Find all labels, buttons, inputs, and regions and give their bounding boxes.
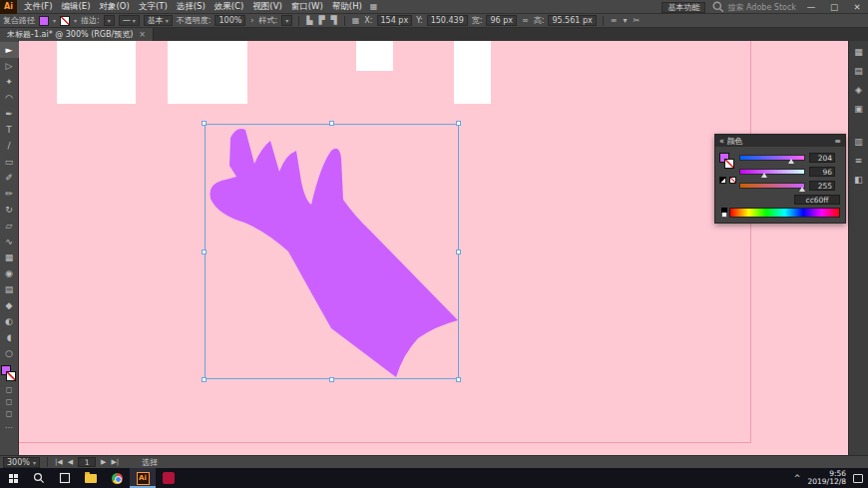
draw-behind-mode-icon[interactable]: ◻ <box>0 395 19 407</box>
artboards-panel-icon[interactable]: ▣ <box>851 102 867 115</box>
first-artboard-button[interactable]: |◀ <box>55 458 63 466</box>
scissors-icon[interactable]: ✂ <box>632 16 641 25</box>
blend-tool[interactable]: ◐ <box>0 313 19 329</box>
taskbar-search-button[interactable] <box>26 468 52 488</box>
type-tool[interactable]: T <box>0 122 19 138</box>
panel-stroke-swatch[interactable] <box>724 159 734 169</box>
panel-collapse-icon[interactable]: « <box>719 137 724 146</box>
illustrator-taskbar-button[interactable]: Ai <box>130 468 156 488</box>
direct-selection-tool[interactable]: ▷ <box>0 58 19 74</box>
screen-mode-icon[interactable]: … <box>0 419 19 431</box>
transform-panel-icon[interactable]: ▦ <box>351 16 361 25</box>
document-tab[interactable]: 未标题-1.ai* @ 300% (RGB/预览) × <box>0 28 154 41</box>
tray-expand-icon[interactable]: ^ <box>794 474 801 483</box>
brush-dropdown[interactable]: 基本▾ <box>144 15 173 26</box>
x-input[interactable]: 154 px <box>377 15 413 26</box>
red-slider[interactable] <box>739 155 805 161</box>
maximize-button[interactable]: □ <box>826 2 842 12</box>
fill-stroke-indicator[interactable] <box>1 365 17 383</box>
scale-tool[interactable]: ▱ <box>0 218 19 234</box>
hex-value-input[interactable]: cc60ff <box>794 195 840 205</box>
hand-tool[interactable]: ◖ <box>0 329 19 345</box>
align-left-icon[interactable]: ▙ <box>305 16 313 25</box>
properties-panel-icon[interactable]: ≡ <box>851 154 867 167</box>
selection-handle-bottom-left[interactable] <box>202 377 207 382</box>
menu-file[interactable]: 文件(F) <box>24 1 53 13</box>
black-white-swatch-icon[interactable] <box>719 177 726 184</box>
selection-handle-bottom-right[interactable] <box>456 377 461 382</box>
white-letter-shape[interactable] <box>454 41 491 104</box>
align-center-icon[interactable]: ▛ <box>317 16 325 25</box>
line-segment-tool[interactable]: / <box>0 138 19 154</box>
artboard-number-input[interactable]: 1 <box>78 457 96 467</box>
blue-slider-knob[interactable] <box>799 187 805 192</box>
fill-dropdown-icon[interactable]: ▾ <box>53 17 56 24</box>
chrome-button[interactable] <box>104 468 130 488</box>
task-view-button[interactable] <box>52 468 78 488</box>
draw-inside-mode-icon[interactable]: ◻ <box>0 407 19 419</box>
layers-panel-icon[interactable]: ▥ <box>851 135 867 148</box>
green-slider[interactable] <box>739 169 805 175</box>
constrain-proportions-icon[interactable]: ∞ <box>521 16 530 25</box>
opacity-input[interactable]: 100% <box>215 15 245 26</box>
lasso-tool[interactable]: ◠ <box>0 90 19 106</box>
gradient-panel-icon[interactable]: ◧ <box>851 173 867 186</box>
stock-search[interactable]: 搜索 Adobe Stock <box>712 1 796 13</box>
start-button[interactable] <box>0 468 26 488</box>
selection-handle-mid-right[interactable] <box>456 249 461 254</box>
width-input[interactable]: 96 px <box>486 15 517 26</box>
menu-effect[interactable]: 效果(C) <box>215 1 244 13</box>
menu-window[interactable]: 窗口(W) <box>291 1 323 13</box>
none-color-icon[interactable] <box>729 177 736 184</box>
minimize-button[interactable]: — <box>803 2 819 12</box>
paintbrush-tool[interactable]: ✐ <box>0 170 19 186</box>
symbols-panel-icon[interactable]: ◈ <box>851 83 867 96</box>
selection-handle-bottom-center[interactable] <box>329 377 334 382</box>
green-slider-knob[interactable] <box>761 173 767 178</box>
zoom-level-dropdown[interactable]: 300% ▾ <box>3 457 40 468</box>
red-app-button[interactable] <box>156 468 182 488</box>
selection-handle-top-right[interactable] <box>456 121 461 126</box>
close-button[interactable]: ✕ <box>849 2 865 12</box>
white-letter-shape[interactable] <box>57 41 136 104</box>
file-explorer-button[interactable] <box>78 468 104 488</box>
menu-edit[interactable]: 编辑(E) <box>62 1 91 13</box>
color-spectrum-bar[interactable] <box>729 208 840 218</box>
more-options-dropdown-icon[interactable]: ▾ <box>622 16 628 25</box>
fill-color-swatch[interactable] <box>39 16 49 26</box>
workspace-switcher[interactable]: 基本功能 <box>661 2 705 13</box>
stroke-dropdown-icon[interactable]: ▾ <box>74 17 77 24</box>
selection-bounding-box[interactable] <box>205 124 459 379</box>
blue-slider[interactable] <box>739 183 805 189</box>
panel-menu-icon[interactable]: ≡ <box>834 137 841 146</box>
stroke-weight-dropdown-icon[interactable]: ▾ <box>108 17 111 24</box>
action-center-icon[interactable] <box>853 474 863 483</box>
free-transform-tool[interactable]: ▦ <box>0 249 19 265</box>
menu-help[interactable]: 帮助(H) <box>332 1 362 13</box>
white-letter-shape[interactable] <box>356 41 393 71</box>
selection-handle-top-center[interactable] <box>329 121 334 126</box>
opacity-more-icon[interactable]: › <box>249 16 254 25</box>
width-tool[interactable]: ∿ <box>0 234 19 249</box>
panel-fill-stroke-indicator[interactable] <box>719 153 737 171</box>
stroke-color-swatch[interactable] <box>60 16 70 26</box>
menu-view[interactable]: 视图(V) <box>252 1 281 13</box>
align-right-icon[interactable]: ▜ <box>330 16 338 25</box>
color-panel-header[interactable]: « 颜色 ≡ <box>715 135 845 147</box>
black-white-chips[interactable] <box>721 208 727 218</box>
stroke-indicator[interactable] <box>6 371 16 381</box>
next-artboard-button[interactable]: ▶ <box>101 458 106 466</box>
arrange-documents-icon[interactable]: ▦ <box>370 2 378 11</box>
rotate-tool[interactable]: ↻ <box>0 202 19 218</box>
previous-artboard-button[interactable]: ◀ <box>68 458 73 466</box>
menu-select[interactable]: 选择(S) <box>177 1 206 13</box>
y-input[interactable]: 150.439 <box>427 15 468 26</box>
pencil-tool[interactable]: ✏ <box>0 186 19 202</box>
white-letter-shape[interactable] <box>168 41 247 104</box>
red-value-input[interactable]: 204 <box>809 153 835 163</box>
height-input[interactable]: 95.561 px <box>548 15 596 26</box>
shape-options-icon[interactable]: ≡ <box>610 16 619 25</box>
magic-wand-tool[interactable]: ✦ <box>0 74 19 90</box>
last-artboard-button[interactable]: ▶| <box>111 458 119 466</box>
style-dropdown[interactable]: ▾ <box>281 15 292 26</box>
